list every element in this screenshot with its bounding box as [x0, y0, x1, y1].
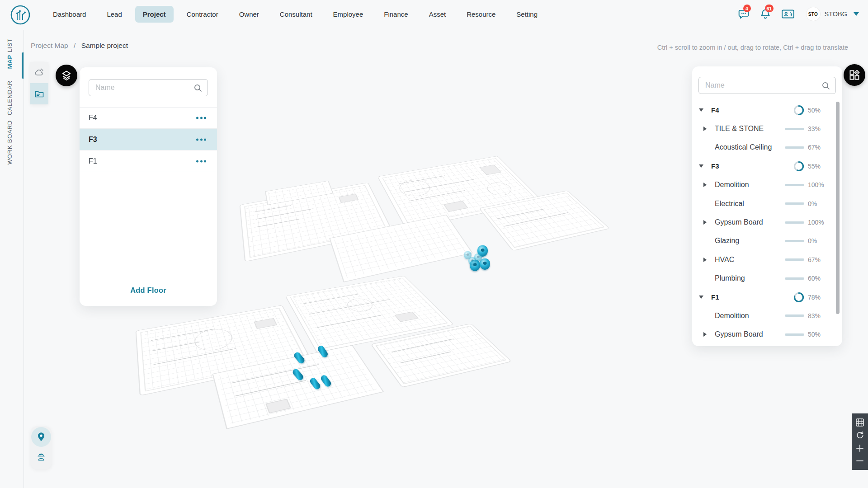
expand-caret-icon[interactable] — [703, 127, 707, 131]
contacts-button[interactable] — [781, 8, 795, 20]
sidebar-item-work-board[interactable]: WORK BOARD — [6, 120, 13, 164]
wbs-toggle-button[interactable] — [844, 64, 865, 86]
progress-percent: 60% — [808, 275, 821, 282]
map-controls-hint: Ctrl + scroll to zoom in / out, drag to … — [657, 44, 848, 51]
nav-item-asset[interactable]: Asset — [421, 6, 454, 23]
zoom-out-button[interactable] — [854, 455, 865, 466]
progress-ring — [793, 292, 804, 303]
expand-caret-icon[interactable] — [703, 220, 707, 225]
breadcrumb-section[interactable]: Project Map — [31, 42, 68, 49]
wbs-row-demolition[interactable]: Demolition100% — [692, 176, 842, 194]
grid-view-button[interactable] — [854, 417, 865, 428]
floor-search — [89, 79, 208, 96]
progress-percent: 0% — [808, 237, 817, 244]
wbs-row-demolition[interactable]: Demolition83% — [692, 306, 842, 325]
nav-item-setting[interactable]: Setting — [509, 6, 545, 23]
map-zoom-toolbar — [852, 413, 868, 470]
notifications-button[interactable]: 61 — [760, 8, 771, 20]
worker-view-button[interactable] — [31, 447, 51, 467]
progress-ring — [793, 105, 804, 116]
wbs-label: F3 — [711, 162, 719, 170]
user-menu-caret-icon[interactable] — [854, 12, 859, 16]
collapse-caret-icon[interactable] — [699, 108, 703, 112]
location-pin-button[interactable] — [31, 427, 51, 447]
progress-bar — [785, 221, 804, 224]
user-name: STOBG — [825, 10, 848, 18]
progress-bar — [785, 240, 804, 242]
wbs-row-f4[interactable]: F4 50% — [692, 101, 842, 119]
wbs-label: Demolition — [715, 181, 749, 189]
wbs-search-input[interactable] — [699, 77, 835, 94]
map-marker-pin[interactable] — [480, 258, 490, 270]
weather-icon — [34, 67, 45, 78]
wbs-row-hvac[interactable]: HVAC67% — [692, 250, 842, 269]
sidebar-item-map[interactable]: MAP — [6, 55, 13, 69]
wbs-row-gypsum-board[interactable]: Gypsum Board50% — [692, 325, 842, 344]
user-menu[interactable]: STO STOBG — [807, 7, 859, 21]
wbs-scrollbar[interactable] — [836, 102, 840, 314]
search-icon — [821, 81, 831, 91]
main-nav: Dashboard Lead Project Contractor Owner … — [45, 6, 545, 23]
layers-icon — [61, 70, 72, 81]
top-navbar: Dashboard Lead Project Contractor Owner … — [0, 0, 868, 30]
floor-menu-button[interactable] — [194, 158, 208, 164]
wbs-row-f3[interactable]: F3 55% — [692, 157, 842, 175]
wbs-row-electrical[interactable]: Electrical0% — [692, 194, 842, 213]
nav-item-lead[interactable]: Lead — [99, 6, 129, 23]
sidebar-item-calendar[interactable]: CALENDAR — [6, 80, 13, 115]
wbs-row-glazing[interactable]: Glazing0% — [692, 232, 842, 250]
floor-row-f1[interactable]: F1 — [80, 150, 217, 172]
grid-icon — [855, 418, 864, 427]
floor-menu-button[interactable] — [194, 115, 208, 121]
collapse-caret-icon[interactable] — [699, 164, 703, 168]
layers-toggle-button[interactable] — [56, 65, 77, 86]
zoom-in-button[interactable] — [854, 443, 865, 454]
collapse-caret-icon[interactable] — [699, 296, 703, 299]
floor-row-f3[interactable]: F3 — [80, 129, 217, 150]
wbs-label: HVAC — [715, 256, 734, 264]
wbs-row-tile-stone[interactable]: TILE & STONE33% — [692, 119, 842, 138]
wbs-row-acoustical-ceiling[interactable]: Acoustical Ceiling67% — [692, 138, 842, 157]
sidebar-item-list[interactable]: LIST — [6, 38, 13, 52]
expand-caret-icon[interactable] — [703, 183, 707, 187]
add-floor-button[interactable]: Add Floor — [80, 274, 217, 306]
expand-caret-icon[interactable] — [703, 332, 707, 337]
floor-name: F1 — [89, 157, 97, 165]
nav-item-employee[interactable]: Employee — [326, 6, 371, 23]
refresh-icon — [855, 431, 864, 440]
wbs-search — [698, 77, 836, 94]
wbs-label: Electrical — [715, 200, 744, 208]
floor-name: F4 — [89, 114, 97, 122]
wbs-row-f1[interactable]: F1 78% — [692, 288, 842, 306]
expand-caret-icon[interactable] — [703, 258, 707, 262]
floor-search-input[interactable] — [89, 80, 208, 96]
nav-item-dashboard[interactable]: Dashboard — [45, 6, 94, 23]
nav-item-consultant[interactable]: Consultant — [272, 6, 320, 23]
floor-row-f4[interactable]: F4 — [80, 107, 217, 129]
nav-item-project[interactable]: Project — [135, 6, 174, 23]
wbs-row-plumbing[interactable]: Plumbing60% — [692, 269, 842, 288]
reset-view-button[interactable] — [854, 430, 865, 441]
progress-percent: 100% — [808, 219, 824, 226]
nav-item-finance[interactable]: Finance — [376, 6, 415, 23]
weather-layer-button[interactable] — [30, 62, 48, 83]
floors-layer-button[interactable] — [30, 83, 48, 104]
nav-item-resource[interactable]: Resource — [459, 6, 503, 23]
progress-percent: 78% — [808, 294, 821, 301]
progress-percent: 100% — [808, 181, 824, 188]
nav-item-contractor[interactable]: Contractor — [179, 6, 226, 23]
progress-bar — [785, 146, 804, 149]
wbs-row-gypsum-board[interactable]: Gypsum Board100% — [692, 213, 842, 231]
floor-menu-button[interactable] — [194, 136, 208, 142]
wbs-label: Acoustical Ceiling — [715, 143, 772, 151]
app-root: Dashboard Lead Project Contractor Owner … — [0, 0, 868, 488]
notifications-badge: 61 — [765, 5, 774, 12]
nav-item-owner[interactable]: Owner — [231, 6, 267, 23]
progress-percent: 0% — [808, 200, 817, 207]
wbs-label: Gypsum Board — [715, 330, 763, 338]
category-grid-icon — [849, 69, 860, 81]
map-marker-pin[interactable] — [468, 257, 476, 265]
app-logo[interactable] — [10, 5, 31, 25]
chat-button[interactable]: 4 — [738, 8, 750, 20]
progress-bar — [785, 314, 804, 317]
